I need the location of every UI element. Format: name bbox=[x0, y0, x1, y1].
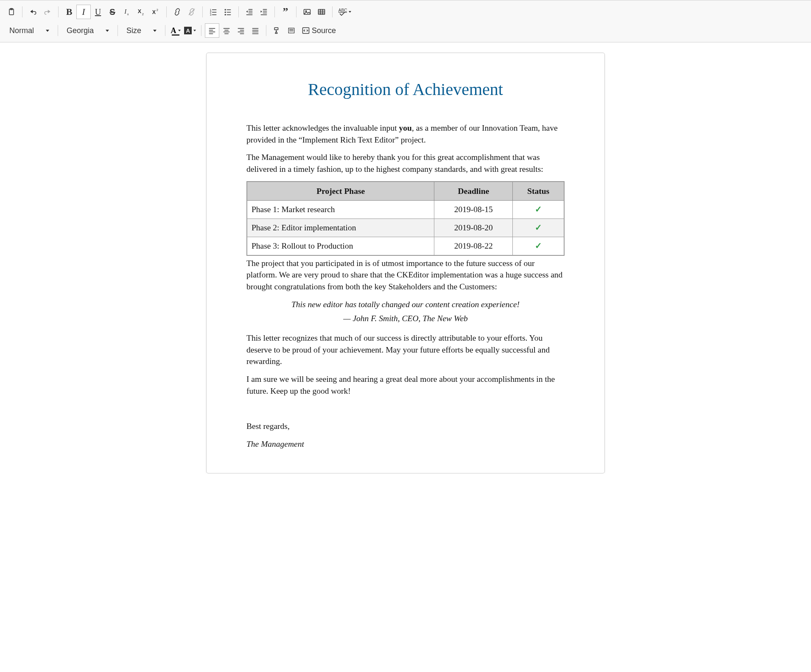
superscript-button[interactable]: X2 bbox=[148, 5, 163, 19]
bg-color-swatch: A bbox=[184, 27, 192, 34]
text: This letter acknowledges the invaluable … bbox=[246, 123, 399, 132]
table-row[interactable]: Phase 3: Rollout to Production 2019-08-2… bbox=[247, 237, 564, 255]
link-button[interactable] bbox=[170, 5, 185, 19]
editor-toolbar: B I U S Ix X2 X2 123 bbox=[0, 0, 811, 42]
align-left-button[interactable] bbox=[205, 23, 219, 38]
show-blocks-button[interactable] bbox=[284, 23, 299, 38]
unlink-button[interactable] bbox=[185, 5, 199, 19]
signoff-name[interactable]: The Management bbox=[246, 438, 565, 450]
separator bbox=[166, 6, 167, 17]
chevron-down-icon bbox=[193, 30, 196, 31]
svg-text:X: X bbox=[152, 9, 156, 15]
quote-text: This new editor has totally changed our … bbox=[246, 299, 565, 311]
table-cell[interactable]: 2019-08-20 bbox=[434, 219, 513, 237]
separator bbox=[165, 25, 165, 36]
align-justify-button[interactable] bbox=[248, 23, 263, 38]
paste-button[interactable] bbox=[4, 5, 19, 19]
paragraph[interactable]: I am sure we will be seeing and hearing … bbox=[246, 373, 565, 397]
spellcheck-button[interactable]: ABC bbox=[336, 7, 353, 17]
table-cell[interactable]: Phase 2: Editor implementation bbox=[247, 219, 434, 237]
chevron-down-icon bbox=[153, 30, 157, 32]
bold-button[interactable]: B bbox=[62, 5, 76, 19]
separator bbox=[274, 6, 275, 17]
dropdown-label: Size bbox=[126, 26, 141, 35]
numbered-list-button[interactable]: 123 bbox=[206, 5, 221, 19]
separator bbox=[58, 6, 59, 17]
table-cell[interactable]: Phase 1: Market research bbox=[247, 201, 434, 219]
document-page[interactable]: Recognition of Achievement This letter a… bbox=[206, 53, 605, 473]
svg-text:I: I bbox=[124, 8, 127, 15]
table-header[interactable]: Project Phase bbox=[247, 182, 434, 201]
font-family-dropdown[interactable]: Georgia bbox=[62, 23, 114, 38]
document-title[interactable]: Recognition of Achievement bbox=[246, 79, 565, 99]
bullet-list-button[interactable] bbox=[221, 5, 235, 19]
paragraph-format-dropdown[interactable]: Normal bbox=[4, 23, 54, 38]
copy-formatting-button[interactable] bbox=[270, 23, 284, 38]
svg-text:X: X bbox=[138, 8, 142, 14]
table-cell[interactable]: 2019-08-22 bbox=[434, 237, 513, 255]
separator bbox=[238, 6, 239, 17]
text-color-button[interactable]: A bbox=[169, 24, 182, 37]
source-label: Source bbox=[312, 26, 336, 35]
table-cell[interactable]: Phase 3: Rollout to Production bbox=[247, 237, 434, 255]
table-row[interactable]: Phase 2: Editor implementation 2019-08-2… bbox=[247, 219, 564, 237]
paragraph[interactable]: The Management would like to hereby than… bbox=[246, 151, 565, 175]
signoff-block[interactable]: Best regards, The Management bbox=[246, 420, 565, 450]
source-button[interactable]: Source bbox=[299, 23, 339, 38]
blockquote[interactable]: This new editor has totally changed our … bbox=[246, 299, 565, 325]
dropdown-label: Georgia bbox=[67, 26, 94, 35]
chevron-down-icon bbox=[46, 30, 49, 32]
svg-text:ABC: ABC bbox=[338, 8, 347, 13]
table-row[interactable]: Phase 1: Market research 2019-08-15 ✓ bbox=[247, 201, 564, 219]
align-center-button[interactable] bbox=[219, 23, 234, 38]
separator bbox=[58, 25, 58, 36]
subscript-button[interactable]: X2 bbox=[134, 5, 148, 19]
project-table[interactable]: Project Phase Deadline Status Phase 1: M… bbox=[246, 181, 565, 256]
table-header[interactable]: Status bbox=[513, 182, 564, 201]
undo-button[interactable] bbox=[26, 5, 40, 19]
indent-button[interactable] bbox=[257, 5, 271, 19]
outdent-button[interactable] bbox=[242, 5, 257, 19]
check-icon: ✓ bbox=[535, 205, 542, 214]
text-color-swatch bbox=[172, 34, 179, 36]
table-cell[interactable]: ✓ bbox=[513, 237, 564, 255]
paragraph[interactable]: This letter acknowledges the invaluable … bbox=[246, 122, 565, 146]
document-body[interactable]: This letter acknowledges the invaluable … bbox=[246, 122, 565, 450]
signoff-text[interactable]: Best regards, bbox=[246, 420, 565, 432]
svg-text:3: 3 bbox=[210, 13, 212, 16]
table-button[interactable] bbox=[314, 5, 329, 19]
svg-text:2: 2 bbox=[142, 12, 144, 16]
redo-button[interactable] bbox=[40, 5, 55, 19]
font-size-dropdown[interactable]: Size bbox=[121, 23, 162, 38]
table-header[interactable]: Deadline bbox=[434, 182, 513, 201]
svg-point-30 bbox=[305, 11, 307, 11]
chevron-down-icon bbox=[106, 30, 109, 32]
background-color-button[interactable]: A bbox=[182, 27, 198, 34]
svg-text:2: 2 bbox=[157, 8, 158, 12]
editor-canvas[interactable]: Recognition of Achievement This letter a… bbox=[0, 42, 811, 473]
paragraph[interactable]: The project that you participated in is … bbox=[246, 258, 565, 293]
separator bbox=[201, 25, 201, 36]
align-right-button[interactable] bbox=[234, 23, 248, 38]
strikethrough-button[interactable]: S bbox=[105, 5, 120, 19]
remove-format-button[interactable]: Ix bbox=[120, 5, 134, 19]
paragraph[interactable]: This letter recognizes that much of our … bbox=[246, 332, 565, 367]
svg-point-19 bbox=[225, 14, 226, 15]
underline-button[interactable]: U bbox=[91, 5, 105, 19]
svg-rect-31 bbox=[319, 9, 325, 14]
svg-text:x: x bbox=[127, 12, 129, 16]
table-cell[interactable]: ✓ bbox=[513, 201, 564, 219]
blockquote-button[interactable]: ” bbox=[278, 5, 293, 19]
italic-button[interactable]: I bbox=[76, 5, 91, 19]
quote-attribution: — John F. Smith, CEO, The New Web bbox=[246, 313, 565, 325]
separator bbox=[332, 6, 333, 17]
bold-text: you bbox=[399, 123, 412, 132]
separator bbox=[202, 6, 203, 17]
table-cell[interactable]: 2019-08-15 bbox=[434, 201, 513, 219]
separator bbox=[22, 6, 22, 17]
image-button[interactable] bbox=[300, 5, 314, 19]
table-cell[interactable]: ✓ bbox=[513, 219, 564, 237]
svg-rect-54 bbox=[288, 28, 294, 33]
toolbar-row-2: Normal Georgia Size A A bbox=[4, 22, 807, 39]
svg-point-15 bbox=[225, 9, 226, 10]
